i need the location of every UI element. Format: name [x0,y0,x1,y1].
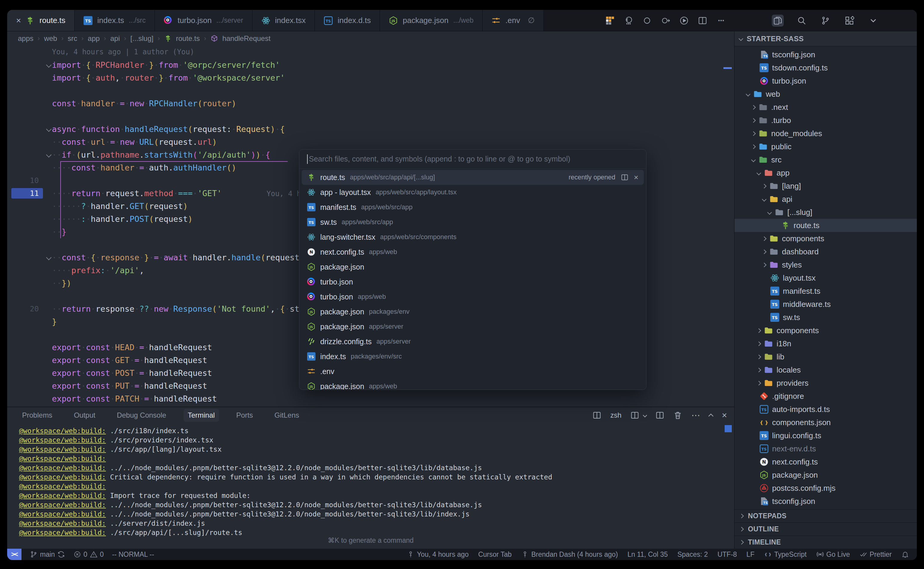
status-item-typescript[interactable]: { }TypeScript [764,551,807,558]
close-panel-icon[interactable]: × [722,411,727,420]
chevron-down-icon[interactable] [762,197,767,201]
panel-tab-gitlens[interactable]: GitLens [271,409,304,422]
extensions-icon[interactable] [843,15,856,27]
quick-open-result[interactable]: JSpackage.jsonapps/web [302,379,644,390]
quick-open-result[interactable]: Nnext.config.tsapps/web [302,245,644,259]
tree-item-middleware.ts[interactable]: TSmiddleware.ts [734,298,917,311]
gutter[interactable] [7,289,52,303]
section-timeline[interactable]: TIMELINE [734,536,917,549]
chevron-down-icon[interactable] [757,170,761,175]
tree-item-auto-imports.d.ts[interactable]: TSauto-imports.d.ts [734,403,917,416]
gutter[interactable] [7,264,52,277]
gutter[interactable] [7,341,52,354]
split-editor-icon[interactable] [655,411,664,420]
quick-open-result[interactable]: turbo.json [302,274,644,289]
explorer-header[interactable]: STARTER-SASS [734,31,917,46]
breadcrumb-item[interactable]: api [110,34,120,43]
quick-open-result[interactable]: TSmanifest.tsapps/web/src/app [302,200,644,215]
status-item-ln-11-col-35[interactable]: Ln 11, Col 35 [628,551,668,558]
ellipsis-icon[interactable]: ⋯ [716,16,726,25]
tree-item-sw.ts[interactable]: TSsw.ts [734,311,917,324]
gutter[interactable] [7,225,52,238]
terminal-output[interactable]: @workspace/web:build: ./src/i18n/index.t… [7,423,734,549]
tree-item-node_modules[interactable]: node_modules [734,127,917,140]
play-circle-icon[interactable] [679,16,689,25]
gutter[interactable] [7,367,52,379]
gutter[interactable] [7,161,52,174]
chevron-right-icon[interactable] [757,328,761,333]
split-editor-icon[interactable] [593,411,601,420]
chevron-right-icon[interactable] [762,262,767,267]
tree-item-api[interactable]: api [734,193,917,206]
quick-open-result[interactable]: turbo.jsonapps/web [302,289,644,304]
breadcrumb-file[interactable]: route.ts [176,34,200,43]
tree-item-lingui.config.ts[interactable]: TSlingui.config.ts [734,429,917,442]
circle-arrow-right-icon[interactable] [661,16,670,25]
tree-item-web[interactable]: web [734,87,917,100]
trash-icon[interactable] [673,411,682,420]
chevron-right-icon[interactable] [762,236,767,241]
quick-open-result[interactable]: drizzle.config.tsapps/server [302,334,644,349]
breadcrumb-item[interactable]: app [88,34,100,43]
quick-open-result[interactable]: app - layout.tsxapps/web/src/app/layout.… [302,185,644,200]
status-item-cursor-tab[interactable]: Cursor Tab [478,551,512,558]
status-item-you-4-hours-ago[interactable]: You, 4 hours ago [407,551,468,558]
gutter[interactable]: 10 [7,174,52,187]
ellipsis-icon[interactable]: ⋯ [691,411,700,420]
gutter[interactable] [7,148,52,161]
gutter[interactable] [7,315,52,328]
tree-item-turbo.json[interactable]: turbo.json [734,75,917,87]
gutter[interactable] [7,354,52,367]
fold-chevron-icon[interactable] [46,126,51,132]
tree-item-[...slug][interactable]: [...slug] [734,206,917,219]
tree-item-styles[interactable]: styles [734,258,917,271]
chevron-right-icon[interactable] [751,105,756,110]
chevron-right-icon[interactable] [757,354,761,359]
chevron-down-icon[interactable] [746,92,751,96]
panel-tab-ports[interactable]: Ports [232,409,257,422]
tab-index.d.ts[interactable]: TSindex.d.ts [315,10,380,31]
tree-item-.next[interactable]: .next [734,100,917,114]
chevron-right-icon[interactable] [751,144,756,149]
fold-chevron-icon[interactable] [46,152,51,157]
panel-tab-debug-console[interactable]: Debug Console [112,409,170,422]
section-notepads[interactable]: NOTEPADS [734,509,917,522]
tree-item-locales[interactable]: locales [734,363,917,376]
chevron-right-icon[interactable] [757,380,761,385]
breadcrumb-symbol[interactable]: handleRequest [222,34,271,43]
quick-open-result[interactable]: JSpackage.jsonpackages/env [302,304,644,319]
split-editor-icon[interactable] [698,16,707,25]
files-icon[interactable] [772,15,784,27]
remote-indicator[interactable]: >< [7,549,21,560]
chevron-right-icon[interactable] [757,368,761,372]
tab-package.json[interactable]: JSpackage.json.../web [380,10,483,31]
quick-open-result[interactable]: TSsw.tsapps/web/src/app [302,215,644,230]
gutter[interactable] [7,392,52,405]
source-control-icon[interactable] [819,15,831,27]
nav-back-circle-icon[interactable] [624,16,633,25]
quick-open-result[interactable]: lang-switcher.tsxapps/web/src/components [302,230,644,245]
gutter[interactable] [7,58,52,72]
gutter[interactable]: 11 [7,187,52,200]
tree-item-next.config.ts[interactable]: Nnext.config.ts [734,455,917,469]
tree-item-components[interactable]: components [734,324,917,337]
chevron-right-icon[interactable] [762,249,767,254]
gutter[interactable] [7,72,52,84]
tree-item-dashboard[interactable]: dashboard [734,245,917,258]
status-item-spaces-2[interactable]: Spaces: 2 [678,551,708,558]
tab-.env[interactable]: .env∅ [483,10,544,31]
status-item-lf[interactable]: LF [746,551,754,558]
gutter[interactable] [7,84,52,97]
tree-item-lib[interactable]: lib [734,350,917,363]
chevron-down-icon[interactable] [767,210,772,215]
tab-index.ts[interactable]: TSindex.ts.../src [74,10,155,31]
breadcrumb-item[interactable]: [...slug] [131,34,153,43]
gutter[interactable] [7,328,52,341]
maximize-panel-icon[interactable] [708,414,714,419]
status-item-main[interactable]: main [30,551,65,558]
tree-item-public[interactable]: public [734,140,917,153]
gutter[interactable] [7,135,52,148]
search-icon[interactable] [796,15,808,27]
status-item-prettier[interactable]: Prettier [860,551,892,558]
gutter[interactable] [7,110,52,123]
